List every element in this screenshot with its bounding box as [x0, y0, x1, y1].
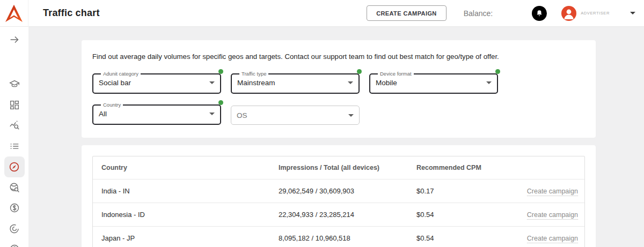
- bell-icon: [535, 9, 544, 18]
- traffic-type-value: Mainstream: [237, 79, 275, 87]
- col-country: Country: [101, 164, 279, 171]
- top-bar: Traffic chart CREATE CAMPAIGN Balance: A…: [0, 0, 644, 27]
- col-cpm: Recommended CPM: [416, 164, 578, 171]
- cell-cpm: $0.17: [416, 187, 527, 195]
- education-cap-icon: [9, 78, 20, 90]
- target-spiral-icon: [9, 223, 20, 235]
- os-select[interactable]: OS: [231, 102, 360, 125]
- table-row: India - IN 29,062,549 / 30,609,903 $0.17…: [93, 179, 584, 203]
- traffic-type-label: Traffic type: [239, 71, 268, 77]
- traffic-type-select[interactable]: Traffic type Mainstream: [231, 71, 360, 94]
- sidebar-item-offers-search[interactable]: [4, 177, 25, 198]
- person-icon: [561, 6, 576, 21]
- field-status-dot: [218, 100, 223, 105]
- create-campaign-button[interactable]: CREATE CAMPAIGN: [367, 5, 447, 21]
- table-row: Indonesia - ID 22,304,933 / 23,285,214 $…: [93, 203, 584, 226]
- volumes-table: Country Impressions / Total (all devices…: [92, 156, 585, 247]
- adsterra-logo-icon: [4, 3, 24, 24]
- user-avatar[interactable]: [561, 6, 576, 21]
- create-campaign-link[interactable]: Create campaign: [527, 211, 578, 220]
- sidebar-item-list[interactable]: [4, 136, 25, 157]
- sidebar-item-help[interactable]: [4, 239, 25, 247]
- filters-description: Find out average daily volumes for speci…: [92, 53, 585, 61]
- sidebar-item-education[interactable]: [4, 74, 25, 95]
- col-impressions: Impressions / Total (all devices): [279, 164, 416, 171]
- main-content: Find out average daily volumes for speci…: [28, 27, 644, 247]
- cell-country: Indonesia - ID: [101, 211, 279, 219]
- field-status-dot: [495, 69, 500, 74]
- dropdown-arrow-icon: [209, 113, 215, 115]
- arrow-right-icon: [9, 34, 20, 46]
- list-icon: [9, 140, 20, 152]
- cell-impressions: 8,095,182 / 10,960,518: [279, 234, 416, 242]
- question-circle-icon: [9, 243, 20, 247]
- sidebar-item-finance[interactable]: [4, 198, 25, 219]
- adunit-category-select[interactable]: Adunit category Social bar: [92, 71, 221, 94]
- create-campaign-link[interactable]: Create campaign: [527, 235, 578, 243]
- cell-country: India - IN: [101, 187, 279, 195]
- country-select[interactable]: Country All: [92, 102, 221, 125]
- statistics-search-icon: [9, 119, 20, 131]
- sidebar-item-traffic-chart[interactable]: [4, 156, 25, 177]
- sidebar-item-tracking[interactable]: [4, 219, 25, 239]
- cell-impressions: 22,304,933 / 23,285,214: [279, 211, 416, 219]
- dropdown-arrow-icon: [209, 81, 215, 84]
- table-header-row: Country Impressions / Total (all devices…: [93, 156, 584, 179]
- account-menu-chevron-icon[interactable]: [630, 12, 635, 14]
- traffic-chart-page: Traffic chart CREATE CAMPAIGN Balance: A…: [0, 0, 644, 247]
- account-type-label: ADVERTISER: [581, 11, 610, 16]
- device-format-value: Mobile: [376, 79, 397, 87]
- dropdown-arrow-icon: [348, 114, 354, 117]
- notifications-button[interactable]: [532, 6, 547, 21]
- filters-card: Find out average daily volumes for speci…: [82, 40, 596, 138]
- adunit-category-label: Adunit category: [101, 71, 141, 77]
- device-format-label: Device format: [378, 71, 414, 77]
- sidebar-item-dashboard[interactable]: [4, 95, 25, 116]
- sidebar-nav: [4, 74, 25, 247]
- sidebar-item-statistics[interactable]: [4, 115, 25, 136]
- dropdown-arrow-icon: [348, 81, 353, 84]
- sidebar: [0, 27, 28, 247]
- sidebar-expand-button[interactable]: [9, 34, 20, 46]
- cell-impressions: 29,062,549 / 30,609,903: [279, 187, 416, 195]
- cell-cpm: $0.54: [416, 211, 527, 219]
- balance-label: Balance:: [464, 9, 493, 18]
- cell-cpm: $0.54: [416, 234, 527, 242]
- field-status-dot: [357, 69, 362, 74]
- create-campaign-link[interactable]: Create campaign: [527, 188, 578, 196]
- country-value: All: [99, 110, 107, 118]
- cell-country: Japan - JP: [101, 234, 279, 242]
- page-title: Traffic chart: [43, 8, 100, 19]
- device-format-select[interactable]: Device format Mobile: [369, 71, 498, 94]
- field-status-dot: [218, 69, 223, 74]
- globe-search-icon: [9, 182, 20, 193]
- adunit-category-value: Social bar: [99, 79, 131, 87]
- country-label: Country: [101, 102, 123, 108]
- filters-grid: Adunit category Social bar Traffic type …: [92, 71, 585, 125]
- table-row: Japan - JP 8,095,182 / 10,960,518 $0.54 …: [93, 226, 584, 247]
- compass-icon: [8, 161, 20, 173]
- dollar-circle-icon: [9, 202, 20, 214]
- dropdown-arrow-icon: [486, 81, 492, 84]
- volumes-card: Country Impressions / Total (all devices…: [82, 145, 596, 247]
- brand-logo[interactable]: [0, 0, 28, 27]
- dashboard-grid-icon: [9, 99, 20, 111]
- os-placeholder: OS: [237, 111, 247, 119]
